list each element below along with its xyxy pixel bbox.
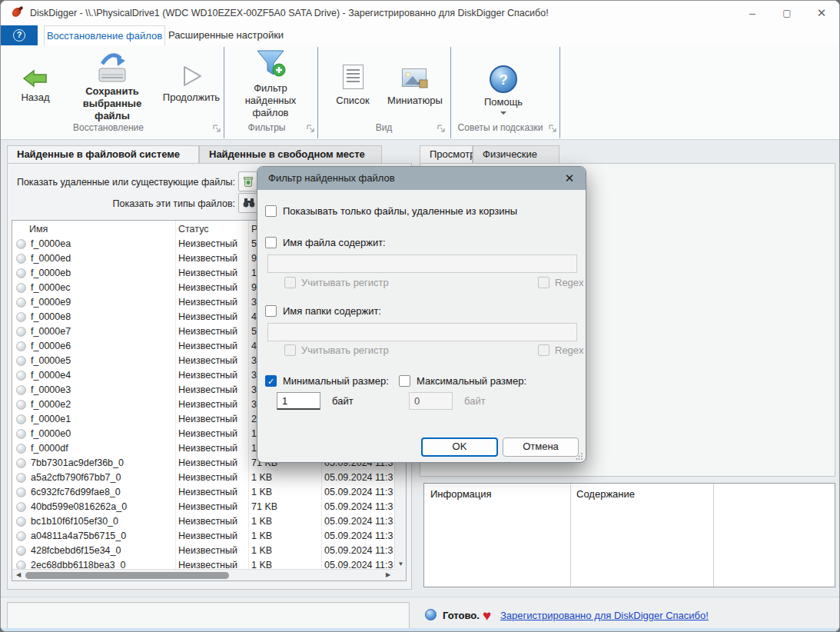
file-size: 1 KB [251, 471, 319, 485]
filter-button-label: Фильтр найденных файлов [230, 82, 311, 119]
file-size: 1 KB [251, 544, 319, 558]
tips-dialog-launcher-icon[interactable] [549, 125, 557, 133]
foldername-contains-checkbox[interactable] [265, 305, 277, 317]
max-size-checkbox[interactable] [399, 375, 410, 387]
ok-button[interactable]: OK [421, 437, 498, 457]
tab-physical-bytes[interactable]: Физические байты [473, 145, 559, 163]
file-status: Неизвестный [178, 529, 249, 544]
table-divider [713, 484, 714, 587]
horizontal-scroll-thumb[interactable] [25, 572, 229, 579]
content-column-header[interactable]: Содержание [576, 488, 635, 500]
file-status: Неизвестный [178, 500, 249, 514]
file-name: 6c932fc76d99fae8_0 [31, 485, 173, 500]
dialog-close-icon[interactable]: ✕ [553, 167, 586, 190]
resize-grip-icon[interactable] [576, 452, 583, 460]
cancel-button[interactable]: Отмена [503, 437, 579, 457]
help-question-icon: ? [490, 65, 517, 93]
tab-file-recovery[interactable]: Восстановление файлов [44, 25, 165, 45]
file-name: f_0000e2 [31, 397, 173, 412]
file-icon [16, 546, 26, 556]
min-size-input[interactable] [277, 392, 320, 410]
file-status: Неизвестный [178, 427, 249, 441]
file-icon [16, 531, 26, 541]
list-item[interactable]: 2ec68dbb6118bea3_0Неизвестный1 KB05.09.2… [12, 558, 394, 569]
maximize-button[interactable]: ▢ [770, 2, 804, 25]
foldername-regex-label: Regex [555, 344, 584, 358]
file-name: f_0000e6 [31, 339, 173, 354]
status-text: Готово. [443, 602, 480, 630]
info-column-header[interactable]: Информация [430, 488, 492, 500]
file-status: Неизвестный [178, 251, 249, 266]
foldername-case-checkbox [284, 344, 296, 356]
scroll-down-icon[interactable]: ▼ [395, 560, 407, 567]
list-item[interactable]: bc1b10f6f105ef30_0Неизвестный1 KB05.09.2… [12, 514, 394, 529]
file-name: a5a2cfb790f67bb7_0 [31, 471, 173, 485]
file-status: Неизвестный [178, 397, 249, 412]
file-status: Неизвестный [178, 295, 249, 310]
file-status: Неизвестный [178, 281, 249, 295]
file-status: Неизвестный [178, 237, 249, 251]
column-header-status[interactable]: Статус [178, 222, 209, 237]
help-button-label: Помощь [471, 96, 536, 108]
table-divider [570, 484, 571, 587]
file-status: Неизвестный [178, 441, 249, 456]
list-item[interactable]: 40bd599e0816262a_0Неизвестный71 KB05.09.… [12, 500, 394, 514]
list-item[interactable]: a04811a4a75b6715_0Неизвестный1 KB05.09.2… [12, 529, 394, 544]
file-status: Неизвестный [178, 514, 249, 529]
file-icon [16, 254, 26, 264]
app-icon [10, 7, 24, 19]
recycle-only-checkbox[interactable] [265, 205, 277, 217]
continue-button-label: Продолжить [161, 91, 222, 104]
list-item[interactable]: 428fcbebd6f15e34_0Неизвестный1 KB05.09.2… [12, 544, 394, 558]
filename-input[interactable] [267, 254, 577, 273]
list-item[interactable]: a5a2cfb790f67bb7_0Неизвестный1 KB05.09.2… [12, 471, 394, 485]
group-label-view: Вид [317, 122, 450, 136]
file-icon [16, 487, 26, 497]
file-icon [16, 414, 26, 424]
filename-regex-label: Regex [555, 276, 584, 290]
filename-case-label: Учитывать регистр [301, 276, 389, 290]
file-icon [16, 502, 26, 512]
file-size: 1 KB [251, 558, 319, 569]
column-header-name[interactable]: Имя [29, 222, 48, 237]
registered-link[interactable]: Зарегистрированно для DiskDigger Спасибо… [500, 602, 709, 630]
filter-funnel-icon [255, 48, 287, 81]
file-status: Неизвестный [178, 266, 249, 281]
window-title: DiskDigger - \\.\PhysicalDrive1 (WDC WD1… [30, 1, 549, 25]
view-dialog-launcher-icon[interactable] [437, 125, 446, 133]
tab-found-in-filesystem[interactable]: Найденные в файловой системе (87400) [7, 145, 199, 163]
file-name: 2ec68dbb6118bea3_0 [31, 558, 173, 569]
file-name: f_0000e4 [31, 368, 173, 383]
file-date: 05.09.2024 11:3 [324, 471, 394, 485]
help-menu-button[interactable]: ? [1, 25, 38, 45]
tab-preview[interactable]: Просмотр [420, 145, 473, 163]
file-status: Неизвестный [178, 471, 249, 485]
tab-found-in-freespace[interactable]: Найденные в свободном месте (671) [199, 145, 382, 163]
filename-contains-checkbox[interactable] [265, 237, 277, 248]
save-button-label: Сохранить выбранные файлы [65, 85, 159, 122]
back-button-label: Назад [8, 91, 62, 104]
file-status: Неизвестный [178, 558, 249, 569]
min-size-checkbox[interactable]: ✓ [265, 375, 277, 387]
foldername-input[interactable] [267, 323, 577, 341]
close-button[interactable]: ✕ [805, 2, 838, 25]
list-item[interactable]: 6c932fc76d99fae8_0Неизвестный1 KB05.09.2… [12, 485, 394, 500]
ribbon-tab-row: ? Восстановление файлов Расширенные наст… [1, 25, 840, 45]
tab-advanced-settings[interactable]: Расширенные настройки [165, 25, 287, 45]
file-icon [16, 356, 26, 366]
back-arrow-icon [22, 68, 48, 88]
file-size: 1 KB [251, 514, 319, 529]
recovery-dialog-launcher-icon[interactable] [213, 125, 221, 133]
heart-icon: ♥ [483, 602, 491, 630]
file-status: Неизвестный [178, 339, 249, 354]
minimize-button[interactable]: – [735, 2, 769, 25]
file-status: Неизвестный [178, 324, 249, 339]
max-size-input[interactable] [409, 392, 453, 410]
scroll-left-icon[interactable]: ◀ [13, 571, 24, 578]
thumbnails-icon [401, 66, 429, 89]
scroll-right-icon[interactable]: ▶ [383, 571, 393, 578]
file-icon [16, 283, 26, 293]
file-name: f_0000e3 [31, 383, 173, 397]
horizontal-scrollbar[interactable]: ◀ ▶ [12, 569, 394, 580]
filters-dialog-launcher-icon[interactable] [307, 125, 315, 133]
